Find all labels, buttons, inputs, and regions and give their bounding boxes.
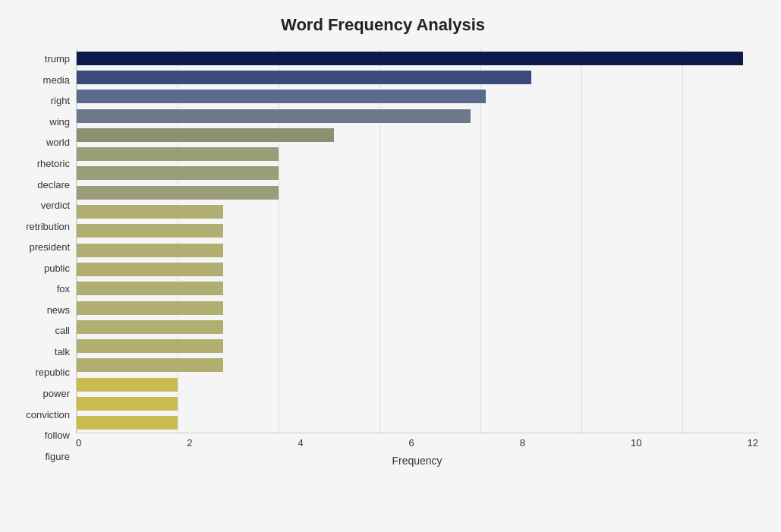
grid-lines (77, 49, 758, 433)
bar-news (77, 282, 223, 295)
bar-conviction (77, 378, 178, 392)
bar-row-verdict (77, 184, 758, 201)
bar-row-conviction (77, 376, 758, 393)
bar-follow (77, 397, 178, 411)
bar-row-figure (77, 414, 758, 431)
x-tick-12: 12 (747, 437, 757, 449)
y-label-right: right (51, 96, 70, 105)
y-label-talk: talk (55, 347, 70, 357)
bar-row-news (77, 280, 758, 297)
y-axis-labels: trumpmediarightwingworldrhetoricdeclarev… (8, 49, 76, 467)
bar-row-right (77, 88, 758, 105)
bar-row-public (77, 242, 758, 259)
bar-row-trump (77, 50, 758, 67)
y-label-republic: republic (35, 367, 70, 377)
bar-president (77, 224, 223, 238)
bar-republic (77, 339, 223, 353)
y-label-figure: figure (45, 452, 70, 461)
bar-row-follow (77, 395, 758, 412)
grid-line-0 (77, 49, 77, 433)
y-label-declare: declare (37, 180, 70, 190)
bar-row-talk (77, 319, 758, 335)
x-axis-label: Frequency (76, 455, 758, 467)
y-label-world: world (46, 137, 70, 147)
bar-talk (77, 320, 223, 334)
bar-verdict (77, 186, 279, 200)
bar-public (77, 244, 223, 257)
y-label-trump: trump (45, 54, 70, 64)
grid-line-6 (379, 49, 380, 433)
grid-line-12 (682, 49, 683, 433)
y-label-power: power (43, 389, 70, 398)
bars-area (76, 49, 758, 433)
grid-line-4 (279, 49, 279, 433)
bar-declare (77, 166, 279, 180)
x-tick-2: 2 (187, 437, 192, 449)
bar-figure (77, 416, 178, 430)
bar-row-call (77, 300, 758, 316)
x-tick-8: 8 (520, 437, 525, 449)
bar-row-world (77, 127, 758, 143)
y-label-news: news (47, 305, 70, 315)
bar-row-rhetoric (77, 146, 758, 162)
y-label-president: president (30, 242, 70, 252)
bar-row-fox (77, 261, 758, 278)
chart-container: Word Frequency Analysis trumpmediarightw… (0, 0, 781, 532)
y-label-retribution: retribution (26, 222, 70, 231)
y-label-call: call (55, 326, 70, 335)
chart-title: Word Frequency Analysis (8, 15, 758, 35)
bar-row-media (77, 69, 758, 86)
bar-row-wing (77, 108, 758, 124)
bar-retribution (77, 205, 223, 219)
bar-media (77, 71, 531, 84)
bar-right (77, 90, 486, 103)
bar-call (77, 301, 223, 315)
bar-fox (77, 263, 223, 276)
y-label-fox: fox (57, 284, 70, 294)
x-tick-0: 0 (76, 437, 81, 449)
y-label-public: public (44, 263, 70, 273)
bar-row-president (77, 222, 758, 239)
chart-area: trumpmediarightwingworldrhetoricdeclarev… (8, 49, 758, 467)
x-tick-10: 10 (631, 437, 641, 449)
grid-line-8 (480, 49, 481, 433)
bar-row-republic (77, 338, 758, 354)
bar-row-power (77, 357, 758, 373)
y-label-verdict: verdict (41, 200, 70, 210)
bar-trump (77, 52, 743, 65)
bar-world (77, 128, 334, 142)
x-axis: 024681012 (76, 433, 758, 449)
y-label-rhetoric: rhetoric (37, 159, 70, 168)
bar-row-declare (77, 165, 758, 181)
bar-power (77, 358, 223, 372)
bars-and-xaxis: 024681012 Frequency (76, 49, 758, 467)
y-label-follow: follow (45, 430, 70, 440)
grid-line-2 (178, 49, 178, 433)
y-label-conviction: conviction (26, 410, 70, 420)
y-label-media: media (43, 75, 70, 85)
x-tick-6: 6 (409, 437, 414, 449)
bar-row-retribution (77, 203, 758, 220)
x-tick-4: 4 (298, 437, 303, 449)
grid-line-10 (581, 49, 582, 433)
bar-wing (77, 109, 471, 123)
y-label-wing: wing (49, 117, 70, 127)
bar-rhetoric (77, 147, 279, 161)
